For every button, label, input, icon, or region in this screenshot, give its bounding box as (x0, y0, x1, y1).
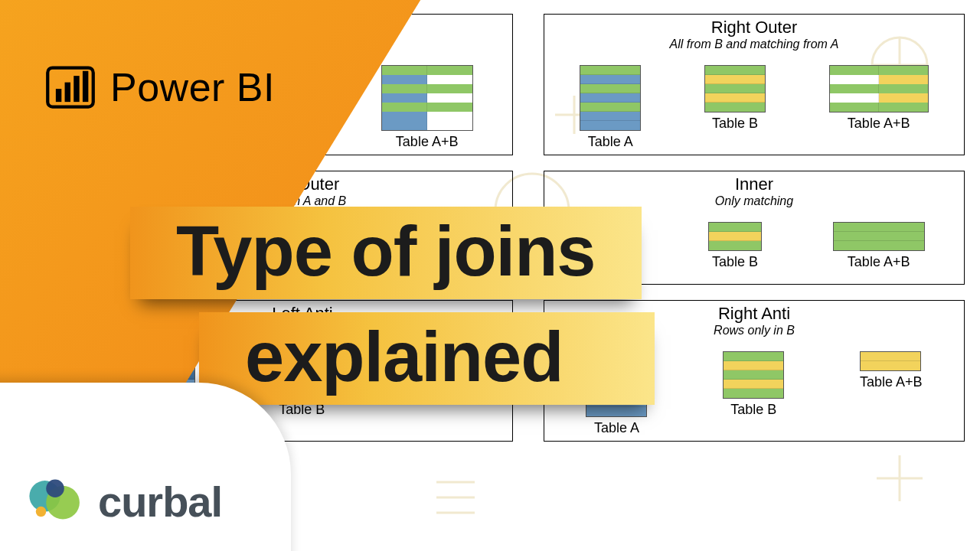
table-label: Table B (704, 116, 766, 132)
table-label: Table A+B (829, 116, 929, 132)
table-icon (381, 65, 473, 131)
table-label: Table A (580, 134, 641, 150)
svg-rect-15 (83, 71, 88, 102)
table-icon (708, 222, 762, 251)
panel-right-outer: Right Outer All from B and matching from… (544, 14, 965, 155)
powerbi-icon (44, 61, 96, 113)
table-icon (723, 351, 784, 399)
curbal-text: curbal (98, 477, 222, 527)
table-icon (829, 65, 929, 112)
panel-subtitle: All from B and matching from A (544, 37, 964, 51)
headline-line-2: explained (199, 312, 655, 405)
panel-title: Right Outer (544, 18, 964, 37)
curbal-logo: curbal (23, 469, 222, 533)
table-icon (833, 222, 925, 251)
curbal-icon (23, 469, 87, 533)
curbal-corner: curbal (0, 383, 291, 551)
table-label: Table A+B (381, 134, 473, 150)
svg-point-19 (36, 507, 46, 517)
panel-title: Inner (544, 174, 964, 194)
table-icon (860, 351, 921, 371)
powerbi-text: Power BI (110, 64, 275, 110)
svg-rect-14 (74, 76, 79, 102)
headline-line-1: Type of joins (130, 207, 642, 299)
table-icon (580, 65, 641, 131)
svg-rect-13 (65, 83, 70, 103)
table-icon (704, 65, 766, 112)
svg-rect-12 (56, 89, 61, 102)
powerbi-logo: Power BI (44, 61, 275, 113)
svg-point-18 (46, 479, 64, 497)
